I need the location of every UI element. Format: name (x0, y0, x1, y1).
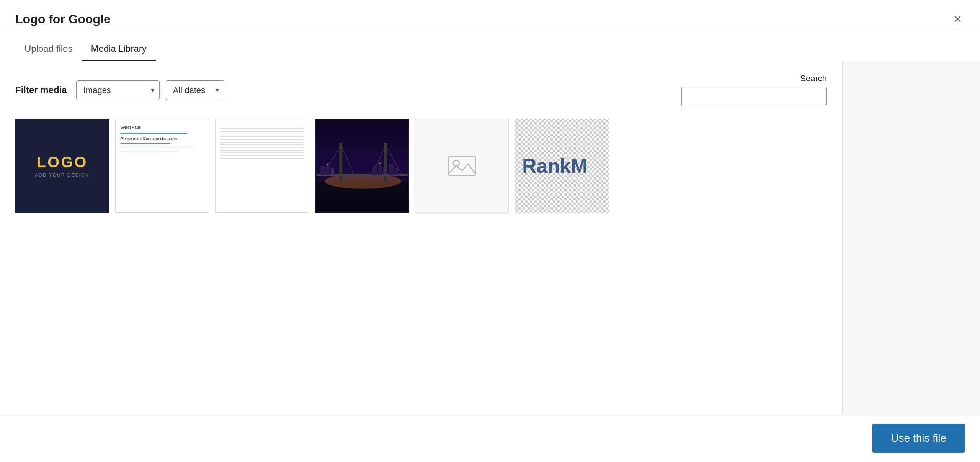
media-item[interactable]: RankM (515, 119, 609, 213)
search-input[interactable] (681, 87, 827, 106)
search-label: Search (800, 74, 827, 84)
date-select-wrapper: All dates (166, 80, 224, 100)
svg-rect-13 (372, 165, 377, 175)
modal-footer: Use this file (0, 414, 980, 462)
bridge-svg (316, 120, 409, 213)
svg-rect-20 (379, 163, 380, 164)
svg-rect-21 (449, 156, 475, 175)
svg-rect-15 (383, 167, 386, 175)
placeholder-icon (447, 152, 477, 179)
screenshot-thumbnail: Select Page Please enter 3 or more chara… (116, 119, 209, 212)
modal-title: Logo for Google (15, 12, 111, 26)
sidebar-panel (842, 61, 980, 414)
search-area: Search (681, 74, 827, 106)
filter-label: Filter media (15, 85, 67, 95)
use-file-button[interactable]: Use this file (872, 424, 965, 453)
rank-thumbnail: RankM (516, 120, 608, 211)
media-item[interactable] (315, 119, 409, 213)
media-area: Filter media Images All media types All … (0, 61, 842, 414)
type-select-wrapper: Images All media types (76, 80, 160, 100)
svg-rect-12 (331, 168, 334, 175)
filter-controls: Filter media Images All media types All … (15, 80, 224, 100)
media-item[interactable]: LOGO ADD YOUR DESIGN (15, 119, 109, 213)
svg-rect-18 (327, 164, 328, 165)
media-grid: LOGO ADD YOUR DESIGN Select Page Please … (15, 119, 827, 213)
svg-rect-17 (395, 168, 398, 175)
media-item[interactable] (215, 119, 309, 213)
svg-rect-19 (373, 167, 374, 167)
placeholder-thumbnail (415, 119, 508, 212)
tab-bar: Upload files Media Library (0, 37, 980, 61)
media-item[interactable]: Select Page Please enter 3 or more chara… (115, 119, 209, 213)
media-item[interactable] (415, 119, 509, 213)
close-button[interactable]: × (951, 11, 965, 28)
modal-header: Logo for Google × (0, 0, 980, 28)
modal-dialog: Logo for Google × Upload files Media Lib… (0, 0, 980, 462)
filter-row: Filter media Images All media types All … (15, 74, 827, 106)
svg-rect-10 (320, 166, 325, 175)
tab-upload-files[interactable]: Upload files (15, 37, 82, 61)
doc-thumbnail (216, 119, 309, 212)
tab-media-library[interactable]: Media Library (82, 37, 155, 61)
svg-rect-16 (389, 164, 394, 175)
logo-thumbnail: LOGO ADD YOUR DESIGN (16, 120, 108, 211)
type-select[interactable]: Images All media types (76, 80, 160, 100)
modal-body: Filter media Images All media types All … (0, 61, 980, 414)
date-select[interactable]: All dates (166, 80, 224, 100)
